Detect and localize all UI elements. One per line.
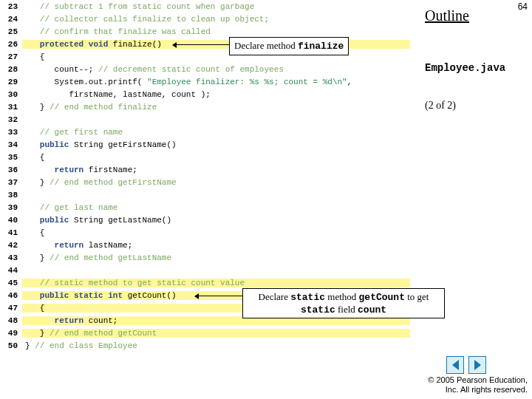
code-line: 25 // confirm that finalize was called (0, 25, 410, 38)
code-line: 35 { (0, 151, 410, 163)
code-line: 42 return lastName; (0, 239, 410, 251)
code-line: 45 // static method to get static count … (0, 276, 410, 289)
code-line: 39 // get last name (0, 201, 410, 214)
code-line: 23 // subtract 1 from static count when … (0, 0, 410, 13)
code-line: 41 { (0, 226, 410, 239)
triangle-left-icon (452, 360, 459, 370)
triangle-right-icon (474, 360, 481, 370)
outline-heading: Outline (425, 7, 469, 24)
code-line: 38 (0, 188, 410, 201)
code-line: 34 public String getFirstName() (0, 138, 410, 151)
callout-finalize: Declare method finalize (229, 37, 349, 55)
prev-button[interactable] (446, 356, 464, 374)
code-line: 49 } // end method getCount (0, 327, 410, 339)
slide-number: 64 (518, 1, 528, 12)
code-line: 50} // end class Employee (0, 339, 410, 352)
code-line: 40 public String getLastName() (0, 214, 410, 226)
code-line: 32 (0, 113, 410, 126)
page-indicator: (2 of 2) (425, 100, 456, 112)
code-line: 24 // collector calls finalize to clean … (0, 13, 410, 25)
code-line: 29 System.out.printf( "Employee finalize… (0, 75, 410, 88)
code-line: 33 // get first name (0, 126, 410, 138)
code-line: 37 } // end method getFirstName (0, 176, 410, 188)
code-line: 43 } // end method getLastName (0, 251, 410, 264)
copyright-footer: © 2005 Pearson Education, Inc. All right… (428, 375, 528, 395)
code-line: 36 return firstName; (0, 163, 410, 176)
code-line: 30 firstName, lastName, count ); (0, 88, 410, 100)
code-line: 44 (0, 264, 410, 276)
next-button[interactable] (468, 356, 486, 374)
filename-label: Employee.java (425, 62, 505, 74)
callout-arrow (198, 296, 242, 296)
callout-arrow (176, 44, 229, 45)
callout-getcount: Declare static method getCount to get st… (242, 288, 445, 318)
code-line: 28 count--; // decrement static count of… (0, 63, 410, 75)
nav-buttons (446, 356, 486, 374)
code-line: 31 } // end method finalize (0, 100, 410, 113)
